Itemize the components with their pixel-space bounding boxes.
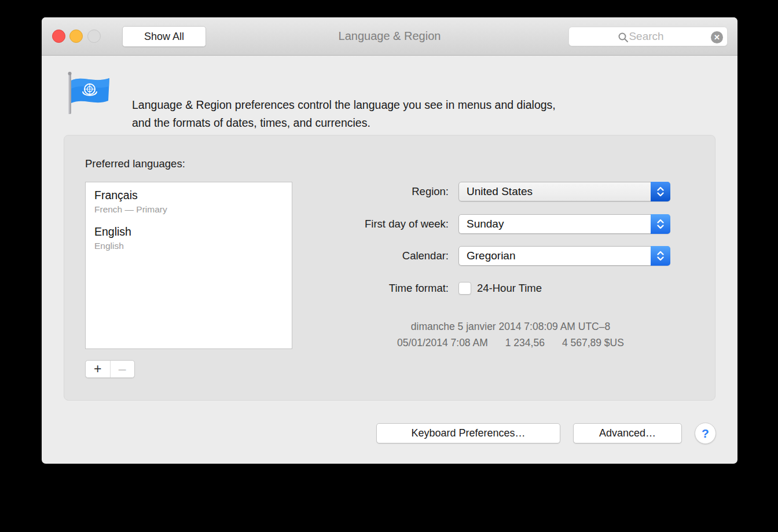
list-item-english[interactable]: English English xyxy=(86,219,292,255)
chevron-updown-icon xyxy=(651,214,670,234)
search-input[interactable] xyxy=(569,27,727,46)
first-day-popup[interactable]: Sunday xyxy=(458,214,670,234)
time-format-label: Time format: xyxy=(287,278,449,295)
preview-number: 1 234,56 xyxy=(505,337,545,348)
language-name: Français xyxy=(94,189,292,202)
add-remove-segmented-control: + – xyxy=(85,360,135,378)
first-day-value: Sunday xyxy=(467,215,504,233)
region-value: United States xyxy=(467,182,533,201)
intro-text: Language & Region preferences control th… xyxy=(132,96,699,132)
intro-line-1: Language & Region preferences control th… xyxy=(132,96,699,114)
preferred-languages-label: Preferred languages: xyxy=(85,157,185,170)
clear-search-icon[interactable]: ✕ xyxy=(711,31,723,43)
list-item-francais[interactable]: Français French — Primary xyxy=(86,182,292,219)
24-hour-time-checkbox-label[interactable]: 24-Hour Time xyxy=(477,282,542,295)
settings-panel: Preferred languages: Français French — P… xyxy=(64,135,715,401)
format-preview-line-2: 05/01/2014 7:08 AM1 234,564 567,89 $US xyxy=(305,335,716,351)
first-day-label: First day of week: xyxy=(287,214,449,234)
preview-currency: 4 567,89 $US xyxy=(562,337,624,348)
chevron-updown-icon xyxy=(651,246,670,266)
language-detail: English xyxy=(94,241,292,251)
help-button[interactable]: ? xyxy=(695,423,716,444)
chevron-updown-icon xyxy=(651,182,670,201)
calendar-popup[interactable]: Gregorian xyxy=(458,246,670,266)
preferred-languages-list[interactable]: Français French — Primary English Englis… xyxy=(85,182,292,349)
intro-line-2: and the formats of dates, times, and cur… xyxy=(132,114,699,132)
search-field[interactable]: ✕ xyxy=(568,27,728,46)
show-all-button[interactable]: Show All xyxy=(122,26,206,47)
language-name: English xyxy=(94,225,292,239)
format-preview: dimanche 5 janvier 2014 7:08:09 AM UTC–8… xyxy=(305,318,716,351)
add-language-button[interactable]: + xyxy=(86,361,111,377)
24-hour-time-checkbox[interactable] xyxy=(458,282,471,295)
keyboard-preferences-button[interactable]: Keyboard Preferences… xyxy=(376,423,560,443)
calendar-label: Calendar: xyxy=(287,246,449,266)
titlebar: Language & Region Show All ✕ xyxy=(42,17,737,56)
un-flag-icon xyxy=(64,71,112,120)
region-popup[interactable]: United States xyxy=(458,182,670,201)
language-detail: French — Primary xyxy=(94,204,292,215)
preview-date-time: 05/01/2014 7:08 AM xyxy=(397,337,488,348)
calendar-value: Gregorian xyxy=(467,247,516,265)
region-label: Region: xyxy=(287,182,449,201)
remove-language-button: – xyxy=(111,361,135,377)
advanced-button[interactable]: Advanced… xyxy=(573,423,682,443)
desktop-background: Language & Region Show All ✕ xyxy=(0,0,778,532)
format-preview-line-1: dimanche 5 janvier 2014 7:08:09 AM UTC–8 xyxy=(305,318,716,335)
language-region-window: Language & Region Show All ✕ xyxy=(42,17,737,464)
